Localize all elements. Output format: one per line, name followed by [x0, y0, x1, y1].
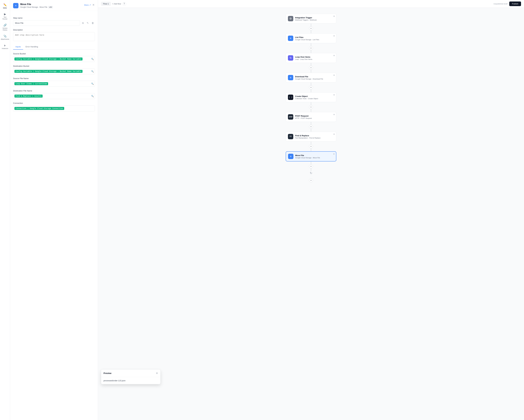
destination-file-name-label: Destination File Name [13, 90, 95, 92]
integration-trigger-subtitle: Webhook Triggers - Webhook [295, 19, 334, 21]
connection-input[interactable]: Connection | Google Cloud Storage Connec… [13, 105, 95, 111]
add-flow-button[interactable]: + Add flow [112, 3, 121, 5]
connector-2: + [309, 43, 313, 53]
main-area: Flow 1 + Add flow ? Unpublished draft Pu… [98, 0, 524, 420]
list-files-text: List Files Google Cloud Storage - List F… [295, 36, 334, 41]
step-panel: ≡ Move File Google Cloud Storage - Move … [10, 0, 98, 420]
refresh-indicator: ↻ [310, 171, 312, 175]
destination-file-name-input-wrap: Find & Replace | results 🔍 [13, 93, 95, 99]
sidebar-icon-instances: ⏵ [3, 44, 7, 47]
destination-file-name-search-button[interactable]: 🔍 [91, 95, 94, 97]
add-node-button-7[interactable]: + [309, 144, 313, 148]
delete-button[interactable]: 🗑 [91, 21, 95, 25]
list-files-title: List Files [295, 36, 334, 38]
add-node-button-5[interactable]: + [309, 105, 313, 109]
sidebar-icon-editor: ✏️ [3, 3, 7, 7]
description-input[interactable] [13, 32, 95, 41]
step-name-input[interactable] [13, 20, 80, 26]
edit-button[interactable]: ✎ [86, 21, 89, 25]
connector-line-4 [311, 82, 311, 86]
add-node-button-8[interactable]: + [309, 164, 313, 168]
close-panel-button[interactable]: ✕ [92, 3, 95, 7]
connector-1: + [309, 24, 313, 33]
connection-tag: Connection | Google Cloud Storage Connec… [14, 107, 64, 110]
refresh-icon: ↻ [310, 171, 312, 175]
sidebar-item-test-runner[interactable]: ▶ Test Runner [0, 11, 9, 21]
panel-body: Step name ⧉ ✎ 🗑 Description Inputs Error… [10, 11, 98, 420]
panel-header-left: ≡ Move File Google Cloud Storage - Move … [13, 3, 53, 8]
sidebar-label-instances: Instances [2, 48, 8, 49]
add-node-button-6[interactable]: + [309, 125, 313, 129]
source-bucket-input[interactable]: Config Variable | Google Cloud Storage –… [13, 56, 95, 62]
add-node-bottom-button[interactable]: + [309, 178, 313, 182]
connection-input-wrap: Connection | Google Cloud Storage Connec… [13, 105, 95, 111]
preview-close-button[interactable]: ✕ [156, 372, 158, 375]
download-file-close[interactable]: ✕ [333, 74, 335, 76]
node-find-replace[interactable]: TT Find & Replace Text Manipulation - Fi… [286, 132, 336, 141]
help-button[interactable]: ? [122, 2, 126, 6]
move-file-close[interactable]: ✕ [333, 153, 335, 155]
source-file-name-tag: Loop Over Items | currentItem [14, 82, 48, 85]
source-file-name-section: Source File Name Loop Over Items | curre… [13, 77, 95, 87]
docs-link[interactable]: Docs ↗ [84, 4, 91, 6]
list-files-subtitle: Google Cloud Storage - List Files [295, 39, 334, 41]
connector-line-8b [311, 168, 311, 171]
destination-bucket-input[interactable]: Config Variable | Google Cloud Storage –… [13, 68, 95, 74]
sidebar-icon-attachments: 📎 [3, 35, 7, 38]
connection-section: Connection Connection | Google Cloud Sto… [13, 102, 95, 111]
sidebar-item-version-history[interactable]: 🔗 Version History [0, 22, 9, 33]
source-file-name-search-button[interactable]: 🔍 [91, 82, 94, 85]
source-bucket-input-wrap: Config Variable | Google Cloud Storage –… [13, 56, 95, 62]
add-node-button-1[interactable]: + [309, 26, 313, 30]
canvas: ⚙ Integration Trigger Webhook Triggers -… [98, 8, 524, 420]
integration-trigger-close[interactable]: ✕ [333, 15, 335, 18]
create-object-close[interactable]: ✕ [333, 94, 335, 96]
node-post-request[interactable]: HTTP POST Request HTTP - POST Request ✕ [286, 112, 336, 122]
preview-body: processed/order-115.json [101, 377, 160, 384]
destination-bucket-search-button[interactable]: 🔍 [91, 70, 94, 72]
create-object-subtitle: Collection Tools - Create Object [295, 98, 334, 99]
copy-button[interactable]: ⧉ [81, 21, 85, 25]
sidebar-icon-test-runner: ▶ [3, 12, 7, 16]
tab-inputs[interactable]: Inputs [13, 44, 23, 50]
post-request-close[interactable]: ✕ [333, 113, 335, 116]
description-section: Description [13, 29, 95, 42]
add-node-button-3[interactable]: + [309, 66, 313, 70]
publish-button[interactable]: Publish [509, 1, 521, 6]
download-file-text: Download File Google Cloud Storage - Dow… [295, 76, 334, 80]
add-node-button-2[interactable]: + [309, 46, 313, 50]
sidebar-item-attachments[interactable]: 📎 Attachments [0, 33, 9, 42]
connector-line-2 [311, 43, 311, 46]
post-request-subtitle: HTTP - POST Request [295, 117, 334, 119]
node-create-object[interactable]: [ ] Create Object Collection Tools - Cre… [286, 92, 336, 102]
loop-over-items-close[interactable]: ✕ [333, 54, 335, 57]
destination-file-name-input[interactable]: Find & Replace | results [13, 93, 95, 99]
node-move-file[interactable]: ≡ Move File Google Cloud Storage - Move … [286, 151, 336, 161]
flow-column: ⚙ Integration Trigger Webhook Triggers -… [284, 14, 338, 414]
connector-3: + [309, 63, 313, 73]
post-request-icon: HTTP [288, 114, 293, 120]
find-replace-close[interactable]: ✕ [333, 133, 335, 135]
source-file-name-input-wrap: Loop Over Items | currentItem 🔍 [13, 81, 95, 87]
list-files-icon: ≡ [288, 35, 293, 41]
connector-line-3 [311, 63, 311, 66]
node-loop-over-items[interactable]: ↻ Loop Over Items Loop - Loop Over Items… [286, 53, 336, 63]
sidebar-item-editor[interactable]: ✏️ Editor [0, 2, 9, 10]
find-replace-title: Find & Replace [295, 134, 334, 137]
download-file-title: Download File [295, 76, 334, 78]
source-file-name-input[interactable]: Loop Over Items | currentItem [13, 81, 95, 87]
sidebar-item-instances[interactable]: ⏵ Instances [0, 42, 9, 51]
tab-error-handling[interactable]: Error Handling [23, 44, 40, 50]
source-bucket-search-button[interactable]: 🔍 [91, 58, 94, 60]
add-node-button-4[interactable]: + [309, 86, 313, 89]
panel-header: ≡ Move File Google Cloud Storage - Move … [10, 0, 98, 11]
draft-label: Unpublished draft [493, 3, 507, 5]
connector-line-8 [311, 161, 311, 164]
list-files-close[interactable]: ✕ [333, 35, 335, 37]
node-download-file[interactable]: ≡ Download File Google Cloud Storage - D… [286, 73, 336, 82]
destination-bucket-section: Destination Bucket Config Variable | Goo… [13, 65, 95, 74]
post-request-title: POST Request [295, 115, 334, 117]
flow-tab[interactable]: Flow 1 [101, 2, 111, 6]
node-list-files[interactable]: ≡ List Files Google Cloud Storage - List… [286, 33, 336, 43]
node-integration-trigger[interactable]: ⚙ Integration Trigger Webhook Triggers -… [286, 14, 336, 24]
